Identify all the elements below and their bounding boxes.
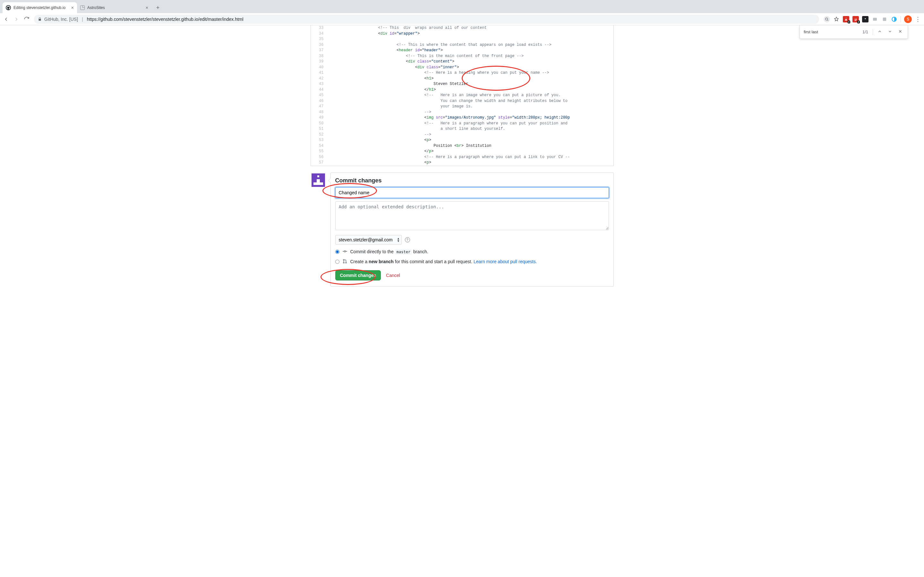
new-tab-button[interactable]: + <box>153 3 162 12</box>
line-number: 39 <box>311 59 327 65</box>
radio-direct[interactable] <box>335 250 339 254</box>
line-number: 37 <box>311 48 327 53</box>
commit-radio-newbranch[interactable]: Create a new branch for this commit and … <box>335 259 609 264</box>
browser-toolbar: GitHub, Inc. [US] | https://github.com/s… <box>0 13 924 25</box>
code-line[interactable]: your image is. <box>327 104 614 110</box>
code-line[interactable]: <p> <box>327 137 614 143</box>
code-line[interactable] <box>327 37 614 42</box>
line-number: 41 <box>311 70 327 76</box>
line-number: 56 <box>311 155 327 160</box>
line-number: 49 <box>311 115 327 121</box>
code-line[interactable]: </p> <box>327 149 614 155</box>
commit-heading: Commit changes <box>335 177 609 184</box>
code-line[interactable]: --> <box>327 110 614 115</box>
svg-rect-3 <box>883 17 887 21</box>
find-query[interactable]: first last <box>804 29 859 34</box>
line-number: 47 <box>311 104 327 110</box>
commit-section: Commit changes steven.stetzler@gmail.com… <box>310 172 614 287</box>
commit-box: Commit changes steven.stetzler@gmail.com… <box>330 172 614 287</box>
profile-avatar[interactable]: S <box>904 15 912 23</box>
line-number: 48 <box>311 110 327 115</box>
svg-point-0 <box>825 18 828 20</box>
find-next-button[interactable] <box>887 29 893 35</box>
svg-point-5 <box>344 250 345 251</box>
browser-tab-active[interactable]: Editing stevenstetzler.github.io × <box>3 2 77 13</box>
forward-button[interactable] <box>13 16 19 22</box>
line-number: 38 <box>311 53 327 59</box>
code-line[interactable]: <header id="header"> <box>327 48 614 53</box>
code-line[interactable]: <img src="images/Astronomy.jpg" style="w… <box>327 115 614 121</box>
svg-point-8 <box>345 262 346 263</box>
address-bar[interactable]: GitHub, Inc. [US] | https://github.com/s… <box>34 15 819 24</box>
git-commit-icon <box>342 249 347 255</box>
help-icon[interactable]: ? <box>405 237 410 242</box>
extension-icon[interactable] <box>872 16 878 23</box>
line-number: 45 <box>311 93 327 98</box>
find-prev-button[interactable] <box>876 29 883 35</box>
extension-icon[interactable]: 3 <box>843 16 849 23</box>
line-number: 42 <box>311 76 327 82</box>
find-close-button[interactable] <box>897 29 904 35</box>
url-origin: GitHub, Inc. [US] <box>44 17 78 22</box>
commit-radio-direct[interactable]: Commit directly to the master branch. <box>335 249 609 255</box>
line-number: 46 <box>311 98 327 104</box>
code-line[interactable]: Position <br> Institution <box>327 143 614 149</box>
code-line[interactable]: --> <box>327 132 614 138</box>
commit-email-select[interactable]: steven.stetzler@gmail.com <box>335 235 402 245</box>
zoom-icon[interactable] <box>824 16 830 23</box>
code-line[interactable]: <!-- Here is an image where you can put … <box>327 93 614 98</box>
line-number: 55 <box>311 149 327 155</box>
line-number: 40 <box>311 65 327 71</box>
close-icon[interactable]: × <box>71 5 74 10</box>
extension-icon[interactable] <box>881 16 888 23</box>
extension-icon[interactable] <box>862 16 869 23</box>
toolbar-right: 3 μ 2 S ⋮ <box>824 15 921 23</box>
code-line[interactable]: You can change the width and height attr… <box>327 98 614 104</box>
commit-changes-button[interactable]: Commit changes <box>335 270 381 280</box>
code-line[interactable]: <div id="wrapper"> <box>327 31 614 37</box>
browser-tab-title: AstroSites <box>87 5 143 10</box>
browser-tab-strip: Editing stevenstetzler.github.io × Astro… <box>0 0 924 13</box>
line-number: 33 <box>311 25 327 31</box>
extension-icon[interactable]: μ 2 <box>853 16 859 23</box>
svg-point-7 <box>343 262 344 263</box>
git-pull-request-icon <box>342 259 347 264</box>
reload-button[interactable] <box>24 16 29 22</box>
code-line[interactable]: a short line about yourself. <box>327 126 614 132</box>
code-line[interactable]: <!-- This is the main content of the fro… <box>327 53 614 59</box>
chrome-menu-icon[interactable]: ⋮ <box>915 16 921 23</box>
line-number: 52 <box>311 132 327 138</box>
code-line[interactable]: <div class="content"> <box>327 59 614 65</box>
code-line[interactable]: <!-- Here is a paragraph where you can p… <box>327 121 614 127</box>
code-line[interactable]: </h1> <box>327 87 614 93</box>
find-count: 1/1 <box>863 29 868 34</box>
line-number: 34 <box>311 31 327 37</box>
line-number: 44 <box>311 87 327 93</box>
close-icon[interactable]: × <box>145 5 148 10</box>
code-line[interactable]: <!-- This div wraps around all of our co… <box>327 25 614 31</box>
line-number: 54 <box>311 143 327 149</box>
code-line[interactable]: <!-- Here is a paragraph where you can p… <box>327 155 614 160</box>
learn-more-link[interactable]: Learn more about pull requests. <box>473 259 537 264</box>
extension-icon[interactable] <box>891 16 897 23</box>
radio-newbranch[interactable] <box>335 259 339 264</box>
code-line[interactable]: Steven Stetzler <box>327 81 614 87</box>
code-line[interactable]: <h1> <box>327 76 614 82</box>
code-line[interactable]: <div class="inner"> <box>327 65 614 71</box>
browser-tab-inactive[interactable]: AstroSites × <box>77 2 152 13</box>
find-in-page-bar: first last 1/1 <box>800 25 908 39</box>
code-line[interactable]: <!-- This is where the content that appe… <box>327 42 614 48</box>
document-favicon-icon <box>80 5 85 10</box>
commit-description-input[interactable] <box>335 201 609 230</box>
cancel-button[interactable]: Cancel <box>383 270 403 280</box>
code-line[interactable]: <!-- Here is a heading where you can put… <box>327 70 614 76</box>
code-line[interactable]: <p> <box>327 160 614 166</box>
commit-summary-input[interactable] <box>335 187 609 198</box>
lock-icon <box>38 17 42 21</box>
code-editor[interactable]: 33<!-- This div wraps around all of our … <box>310 25 614 166</box>
line-number: 53 <box>311 137 327 143</box>
svg-point-6 <box>343 259 344 260</box>
back-button[interactable] <box>3 16 9 22</box>
line-number: 50 <box>311 121 327 127</box>
star-icon[interactable] <box>833 16 840 23</box>
